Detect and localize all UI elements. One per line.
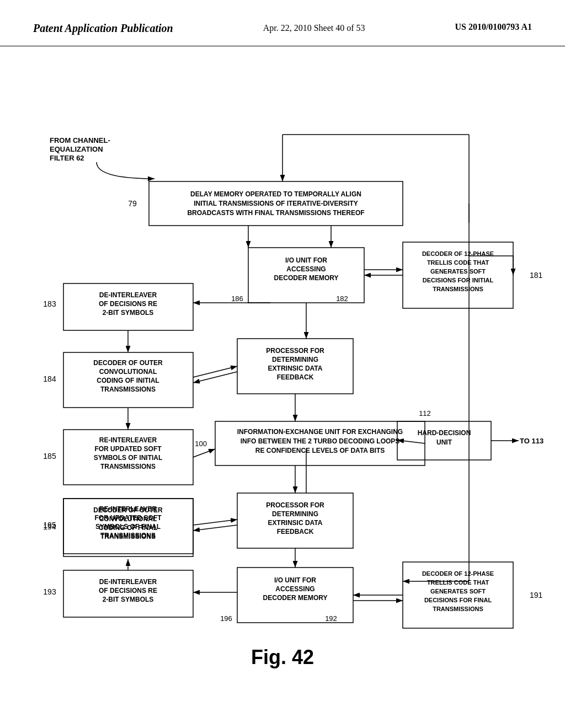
svg-text:191: 191: [530, 591, 543, 599]
svg-text:194: 194: [43, 522, 56, 531]
svg-text:I/O UNIT FOR: I/O UNIT FOR: [274, 576, 316, 584]
svg-text:DETERMINING: DETERMINING: [272, 356, 318, 363]
svg-text:PROCESSOR FOR: PROCESSOR FOR: [266, 501, 324, 509]
svg-text:I/O UNIT FOR: I/O UNIT FOR: [285, 256, 327, 264]
svg-text:TO 113: TO 113: [520, 437, 543, 445]
svg-text:INFO BETWEEN THE 2 TURBO DECOD: INFO BETWEEN THE 2 TURBO DECODING LOOPS: [241, 437, 400, 445]
svg-text:TRELLIS CODE THAT: TRELLIS CODE THAT: [427, 259, 489, 266]
channel-label: FROM CHANNEL-: [50, 136, 110, 144]
svg-line-57: [397, 440, 425, 443]
svg-text:DECISIONS FOR INITIAL: DECISIONS FOR INITIAL: [423, 277, 494, 283]
svg-text:193: 193: [43, 587, 56, 596]
svg-text:196: 196: [220, 614, 232, 623]
svg-text:CODING OF INITIAL: CODING OF INITIAL: [97, 377, 159, 384]
svg-text:DECODER OF OUTER: DECODER OF OUTER: [93, 506, 163, 514]
svg-text:2-BIT SYMBOLS: 2-BIT SYMBOLS: [103, 596, 154, 603]
svg-text:EXTRINSIC DATA: EXTRINSIC DATA: [268, 519, 323, 527]
svg-line-41: [193, 372, 237, 383]
svg-text:RE-INTERLEAVER: RE-INTERLEAVER: [99, 436, 157, 444]
svg-text:OF DECISIONS RE: OF DECISIONS RE: [99, 587, 157, 595]
svg-text:186: 186: [231, 295, 243, 303]
svg-text:112: 112: [419, 409, 431, 417]
svg-text:192: 192: [325, 614, 337, 623]
fig-label: Fig. 42: [251, 646, 314, 668]
svg-text:CODING OF FINAL: CODING OF FINAL: [99, 524, 158, 532]
svg-text:EXTRINSIC DATA: EXTRINSIC DATA: [268, 365, 323, 372]
svg-text:DECODER OF 12-PHASE: DECODER OF 12-PHASE: [422, 570, 494, 577]
sheet-info: Apr. 22, 2010 Sheet 40 of 53: [263, 22, 365, 34]
svg-text:FEEDBACK: FEEDBACK: [277, 528, 314, 536]
patent-number: US 2010/0100793 A1: [455, 22, 532, 32]
svg-text:FOR UPDATED SOFT: FOR UPDATED SOFT: [94, 445, 162, 453]
svg-text:UNIT: UNIT: [436, 438, 452, 446]
svg-text:OF DECISIONS RE: OF DECISIONS RE: [99, 300, 157, 308]
svg-line-53: [193, 449, 215, 457]
svg-text:TRANSMISSIONS: TRANSMISSIONS: [100, 463, 156, 470]
svg-text:BROADCASTS WITH FINAL TRANSMIS: BROADCASTS WITH FINAL TRANSMISSIONS THER…: [187, 209, 364, 217]
svg-text:183: 183: [43, 299, 56, 308]
svg-text:185: 185: [43, 452, 56, 461]
svg-text:DECISIONS FOR FINAL: DECISIONS FOR FINAL: [424, 597, 492, 603]
svg-text:HARD-DECISION: HARD-DECISION: [418, 429, 471, 437]
svg-text:TRANSMISSIONS: TRANSMISSIONS: [433, 606, 483, 612]
svg-text:DECODER MEMORY: DECODER MEMORY: [274, 274, 339, 282]
svg-text:79: 79: [128, 199, 137, 208]
svg-text:TRELLIS CODE THAT: TRELLIS CODE THAT: [427, 579, 489, 586]
svg-text:DECODER OF OUTER: DECODER OF OUTER: [93, 359, 163, 367]
svg-text:TRANSMISSIONS: TRANSMISSIONS: [433, 286, 483, 292]
svg-text:ACCESSING: ACCESSING: [286, 265, 326, 273]
svg-text:181: 181: [530, 271, 543, 280]
channel-label3: FILTER 62: [50, 154, 84, 162]
svg-text:CONVOLUTIONAL: CONVOLUTIONAL: [99, 515, 157, 523]
svg-text:184: 184: [43, 374, 56, 383]
svg-line-71: [193, 525, 237, 531]
svg-text:DECODER MEMORY: DECODER MEMORY: [263, 594, 328, 602]
svg-text:SYMBOLS OF INITIAL: SYMBOLS OF INITIAL: [94, 454, 163, 462]
svg-text:2-BIT SYMBOLS: 2-BIT SYMBOLS: [103, 309, 154, 317]
svg-text:182: 182: [336, 295, 348, 303]
svg-text:CONVOLUTIONAL: CONVOLUTIONAL: [99, 368, 157, 376]
diagram-svg: FROM CHANNEL- EQUALIZATION FILTER 62 DEL…: [0, 46, 565, 697]
svg-text:PROCESSOR FOR: PROCESSOR FOR: [266, 347, 324, 355]
svg-text:INITIAL TRANSMISSIONS OF ITERA: INITIAL TRANSMISSIONS OF ITERATIVE-DIVER…: [194, 200, 358, 207]
svg-text:RE CONFIDENCE LEVELS OF DATA B: RE CONFIDENCE LEVELS OF DATA BITS: [255, 447, 385, 454]
svg-line-40: [193, 366, 237, 377]
svg-text:TRANSMISSIONS: TRANSMISSIONS: [100, 533, 156, 540]
svg-text:INFORMATION-EXCHANGE UNIT FOR : INFORMATION-EXCHANGE UNIT FOR EXCHANGING: [237, 428, 403, 436]
svg-line-70: [193, 520, 237, 525]
svg-text:DELAY MEMORY OPERATED TO TEMPO: DELAY MEMORY OPERATED TO TEMPORALLY ALIG…: [190, 190, 361, 198]
channel-label2: EQUALIZATION: [50, 145, 103, 153]
diagram-area: FROM CHANNEL- EQUALIZATION FILTER 62 DEL…: [0, 46, 565, 697]
patent-page: Patent Application Publication Apr. 22, …: [0, 0, 565, 728]
svg-text:ACCESSING: ACCESSING: [275, 585, 315, 593]
svg-text:TRANSMISSIONS: TRANSMISSIONS: [100, 386, 156, 393]
svg-text:DE-INTERLEAVER: DE-INTERLEAVER: [99, 578, 157, 586]
svg-text:DE-INTERLEAVER: DE-INTERLEAVER: [99, 291, 157, 299]
page-header: Patent Application Publication Apr. 22, …: [0, 0, 565, 46]
svg-text:GENERATES SOFT: GENERATES SOFT: [430, 588, 486, 595]
svg-text:FEEDBACK: FEEDBACK: [277, 373, 314, 381]
svg-text:DETERMINING: DETERMINING: [272, 510, 318, 518]
svg-text:100: 100: [195, 440, 207, 448]
svg-text:GENERATES SOFT: GENERATES SOFT: [430, 268, 486, 275]
publication-title: Patent Application Publication: [33, 22, 173, 35]
